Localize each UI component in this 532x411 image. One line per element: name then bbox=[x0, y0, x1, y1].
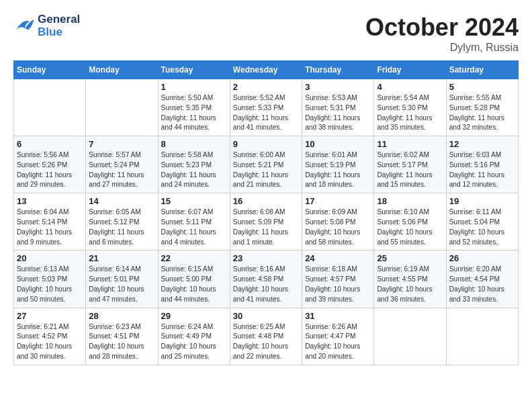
calendar-cell: 30Sunrise: 6:25 AM Sunset: 4:48 PM Dayli… bbox=[230, 308, 302, 365]
day-number: 8 bbox=[161, 139, 227, 149]
day-number: 25 bbox=[377, 253, 443, 263]
day-number: 31 bbox=[305, 311, 371, 321]
day-number: 14 bbox=[89, 196, 154, 206]
day-number: 5 bbox=[449, 82, 515, 92]
day-number: 12 bbox=[449, 139, 515, 149]
day-number: 11 bbox=[377, 139, 443, 149]
calendar-cell bbox=[446, 308, 518, 365]
weekday-header: Friday bbox=[374, 61, 446, 79]
calendar-cell: 6Sunrise: 5:56 AM Sunset: 5:26 PM Daylig… bbox=[14, 136, 86, 193]
day-info: Sunrise: 6:13 AM Sunset: 5:03 PM Dayligh… bbox=[17, 265, 83, 304]
calendar-cell: 7Sunrise: 5:57 AM Sunset: 5:24 PM Daylig… bbox=[86, 136, 158, 193]
day-info: Sunrise: 6:04 AM Sunset: 5:14 PM Dayligh… bbox=[17, 208, 83, 247]
day-info: Sunrise: 6:07 AM Sunset: 5:11 PM Dayligh… bbox=[161, 208, 227, 247]
calendar-cell: 26Sunrise: 6:20 AM Sunset: 4:54 PM Dayli… bbox=[446, 250, 518, 308]
day-info: Sunrise: 6:15 AM Sunset: 5:00 PM Dayligh… bbox=[161, 265, 227, 304]
day-info: Sunrise: 6:16 AM Sunset: 4:58 PM Dayligh… bbox=[233, 265, 299, 304]
calendar-cell: 25Sunrise: 6:19 AM Sunset: 4:55 PM Dayli… bbox=[374, 250, 446, 308]
calendar-cell: 13Sunrise: 6:04 AM Sunset: 5:14 PM Dayli… bbox=[14, 193, 86, 250]
day-number: 10 bbox=[305, 139, 371, 149]
weekday-header: Tuesday bbox=[158, 61, 230, 79]
calendar-cell: 9Sunrise: 6:00 AM Sunset: 5:21 PM Daylig… bbox=[230, 136, 302, 193]
day-number: 1 bbox=[161, 82, 227, 92]
day-number: 21 bbox=[89, 253, 154, 263]
day-number: 30 bbox=[233, 311, 299, 321]
day-number: 3 bbox=[305, 82, 371, 92]
day-number: 27 bbox=[17, 311, 83, 321]
weekday-header: Monday bbox=[86, 61, 158, 79]
title-block: October 2024 Dylym, Russia bbox=[365, 13, 519, 54]
day-info: Sunrise: 5:52 AM Sunset: 5:33 PM Dayligh… bbox=[233, 93, 299, 133]
day-info: Sunrise: 6:01 AM Sunset: 5:19 PM Dayligh… bbox=[305, 150, 371, 190]
day-info: Sunrise: 6:03 AM Sunset: 5:16 PM Dayligh… bbox=[449, 150, 515, 190]
day-info: Sunrise: 6:09 AM Sunset: 5:08 PM Dayligh… bbox=[305, 208, 371, 247]
calendar-table: SundayMondayTuesdayWednesdayThursdayFrid… bbox=[13, 60, 519, 365]
day-info: Sunrise: 6:02 AM Sunset: 5:17 PM Dayligh… bbox=[377, 150, 443, 190]
calendar-cell: 4Sunrise: 5:54 AM Sunset: 5:30 PM Daylig… bbox=[374, 79, 446, 136]
calendar-cell: 31Sunrise: 6:26 AM Sunset: 4:47 PM Dayli… bbox=[302, 308, 374, 365]
day-number: 23 bbox=[233, 253, 299, 263]
day-info: Sunrise: 6:05 AM Sunset: 5:12 PM Dayligh… bbox=[89, 208, 154, 247]
logo-text: General Blue bbox=[38, 13, 80, 38]
day-info: Sunrise: 6:23 AM Sunset: 4:51 PM Dayligh… bbox=[89, 322, 154, 362]
day-number: 24 bbox=[305, 253, 371, 263]
month-title: October 2024 bbox=[365, 13, 519, 42]
calendar-week-row: 13Sunrise: 6:04 AM Sunset: 5:14 PM Dayli… bbox=[14, 193, 519, 250]
calendar-cell: 17Sunrise: 6:09 AM Sunset: 5:08 PM Dayli… bbox=[302, 193, 374, 250]
day-number: 19 bbox=[449, 196, 515, 206]
calendar-cell: 11Sunrise: 6:02 AM Sunset: 5:17 PM Dayli… bbox=[374, 136, 446, 193]
day-info: Sunrise: 6:25 AM Sunset: 4:48 PM Dayligh… bbox=[233, 322, 299, 362]
calendar-cell: 2Sunrise: 5:52 AM Sunset: 5:33 PM Daylig… bbox=[230, 79, 302, 136]
weekday-header: Wednesday bbox=[230, 61, 302, 79]
day-number: 26 bbox=[449, 253, 515, 263]
calendar-cell: 18Sunrise: 6:10 AM Sunset: 5:06 PM Dayli… bbox=[374, 193, 446, 250]
calendar-week-row: 27Sunrise: 6:21 AM Sunset: 4:52 PM Dayli… bbox=[14, 308, 519, 365]
calendar-cell: 21Sunrise: 6:14 AM Sunset: 5:01 PM Dayli… bbox=[86, 250, 158, 308]
calendar-cell: 20Sunrise: 6:13 AM Sunset: 5:03 PM Dayli… bbox=[14, 250, 86, 308]
calendar-cell: 29Sunrise: 6:24 AM Sunset: 4:49 PM Dayli… bbox=[158, 308, 230, 365]
calendar-cell: 23Sunrise: 6:16 AM Sunset: 4:58 PM Dayli… bbox=[230, 250, 302, 308]
day-info: Sunrise: 6:24 AM Sunset: 4:49 PM Dayligh… bbox=[161, 322, 227, 362]
day-info: Sunrise: 6:14 AM Sunset: 5:01 PM Dayligh… bbox=[89, 265, 154, 304]
calendar-cell: 15Sunrise: 6:07 AM Sunset: 5:11 PM Dayli… bbox=[158, 193, 230, 250]
day-info: Sunrise: 6:21 AM Sunset: 4:52 PM Dayligh… bbox=[17, 322, 83, 362]
day-info: Sunrise: 5:50 AM Sunset: 5:35 PM Dayligh… bbox=[161, 93, 227, 133]
weekday-header: Sunday bbox=[14, 61, 86, 79]
calendar-cell bbox=[14, 79, 86, 136]
day-number: 7 bbox=[89, 139, 154, 149]
weekday-header: Saturday bbox=[446, 61, 518, 79]
day-number: 15 bbox=[161, 196, 227, 206]
calendar-cell: 19Sunrise: 6:11 AM Sunset: 5:04 PM Dayli… bbox=[446, 193, 518, 250]
calendar-cell: 24Sunrise: 6:18 AM Sunset: 4:57 PM Dayli… bbox=[302, 250, 374, 308]
logo-icon bbox=[13, 17, 35, 36]
calendar-cell: 22Sunrise: 6:15 AM Sunset: 5:00 PM Dayli… bbox=[158, 250, 230, 308]
day-number: 13 bbox=[17, 196, 83, 206]
day-info: Sunrise: 6:20 AM Sunset: 4:54 PM Dayligh… bbox=[449, 265, 515, 304]
calendar-cell: 10Sunrise: 6:01 AM Sunset: 5:19 PM Dayli… bbox=[302, 136, 374, 193]
calendar-cell bbox=[86, 79, 158, 136]
day-info: Sunrise: 6:11 AM Sunset: 5:04 PM Dayligh… bbox=[449, 208, 515, 247]
day-number: 18 bbox=[377, 196, 443, 206]
calendar-cell: 8Sunrise: 5:58 AM Sunset: 5:23 PM Daylig… bbox=[158, 136, 230, 193]
day-info: Sunrise: 5:53 AM Sunset: 5:31 PM Dayligh… bbox=[305, 93, 371, 133]
logo: General Blue bbox=[13, 13, 80, 38]
calendar-week-row: 1Sunrise: 5:50 AM Sunset: 5:35 PM Daylig… bbox=[14, 79, 519, 136]
day-info: Sunrise: 6:19 AM Sunset: 4:55 PM Dayligh… bbox=[377, 265, 443, 304]
day-info: Sunrise: 5:54 AM Sunset: 5:30 PM Dayligh… bbox=[377, 93, 443, 133]
weekday-header: Thursday bbox=[302, 61, 374, 79]
day-number: 2 bbox=[233, 82, 299, 92]
day-number: 20 bbox=[17, 253, 83, 263]
calendar-week-row: 6Sunrise: 5:56 AM Sunset: 5:26 PM Daylig… bbox=[14, 136, 519, 193]
calendar-cell: 12Sunrise: 6:03 AM Sunset: 5:16 PM Dayli… bbox=[446, 136, 518, 193]
day-info: Sunrise: 6:18 AM Sunset: 4:57 PM Dayligh… bbox=[305, 265, 371, 304]
day-info: Sunrise: 5:56 AM Sunset: 5:26 PM Dayligh… bbox=[17, 150, 83, 190]
location-title: Dylym, Russia bbox=[365, 42, 519, 54]
calendar-header-row: SundayMondayTuesdayWednesdayThursdayFrid… bbox=[14, 61, 519, 79]
calendar-cell: 1Sunrise: 5:50 AM Sunset: 5:35 PM Daylig… bbox=[158, 79, 230, 136]
calendar-cell: 28Sunrise: 6:23 AM Sunset: 4:51 PM Dayli… bbox=[86, 308, 158, 365]
page-header: General Blue October 2024 Dylym, Russia bbox=[13, 13, 519, 54]
day-number: 16 bbox=[233, 196, 299, 206]
day-info: Sunrise: 6:08 AM Sunset: 5:09 PM Dayligh… bbox=[233, 208, 299, 247]
day-number: 29 bbox=[161, 311, 227, 321]
calendar-cell: 16Sunrise: 6:08 AM Sunset: 5:09 PM Dayli… bbox=[230, 193, 302, 250]
